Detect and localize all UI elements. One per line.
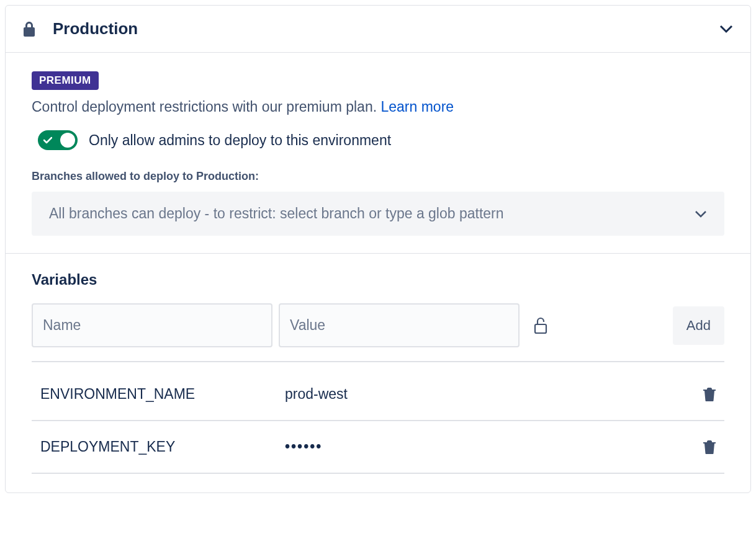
variable-input-row: Add <box>32 303 724 362</box>
variable-value-masked: •••••• <box>285 439 703 455</box>
trash-icon[interactable] <box>703 440 716 454</box>
variables-title: Variables <box>32 271 724 288</box>
panel-header[interactable]: Production <box>6 6 750 53</box>
toggle-knob <box>60 133 75 148</box>
branches-label: Branches allowed to deploy to Production… <box>32 170 724 183</box>
admin-toggle-row: Only allow admins to deploy to this envi… <box>32 130 724 150</box>
variables-section: Variables Add ENVIRONMENT_NAME prod-west… <box>6 254 750 492</box>
branches-select[interactable]: All branches can deploy - to restrict: s… <box>32 192 724 236</box>
lock-icon <box>23 22 35 37</box>
trash-icon[interactable] <box>703 388 716 401</box>
chevron-down-icon <box>695 210 707 218</box>
variable-name: DEPLOYMENT_KEY <box>40 439 285 455</box>
variable-value: prod-west <box>285 386 703 403</box>
variable-name: ENVIRONMENT_NAME <box>40 386 285 403</box>
premium-description-text: Control deployment restrictions with our… <box>32 99 380 115</box>
variable-row: ENVIRONMENT_NAME prod-west <box>32 368 724 421</box>
premium-description: Control deployment restrictions with our… <box>32 99 724 115</box>
variable-name-input[interactable] <box>32 303 272 347</box>
variable-row: DEPLOYMENT_KEY •••••• <box>32 421 724 474</box>
branches-select-placeholder: All branches can deploy - to restrict: s… <box>49 205 695 222</box>
unlock-icon[interactable] <box>533 317 548 334</box>
add-variable-button[interactable]: Add <box>673 306 724 345</box>
svg-rect-0 <box>535 324 546 333</box>
learn-more-link[interactable]: Learn more <box>380 99 454 115</box>
premium-badge: PREMIUM <box>32 71 99 90</box>
premium-section: PREMIUM Control deployment restrictions … <box>6 53 750 254</box>
admin-toggle-label: Only allow admins to deploy to this envi… <box>89 132 391 149</box>
environment-panel: Production PREMIUM Control deployment re… <box>5 5 751 493</box>
chevron-down-icon <box>719 25 733 33</box>
check-icon <box>43 136 52 144</box>
variable-value-input[interactable] <box>279 303 520 347</box>
admin-only-toggle[interactable] <box>38 130 78 150</box>
environment-title: Production <box>53 19 719 38</box>
